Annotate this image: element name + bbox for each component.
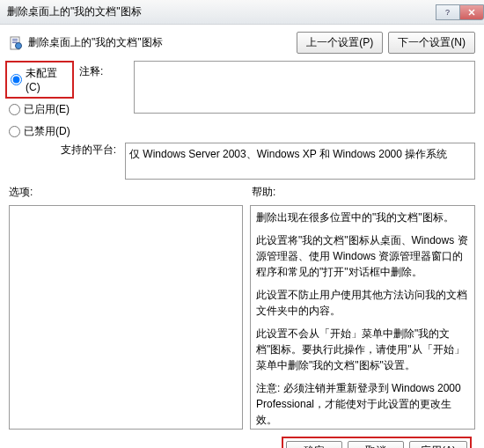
- radio-group: 未配置(C) 已启用(E) 已禁用(D): [9, 61, 70, 139]
- options-pane: [9, 205, 243, 430]
- close-icon: [467, 8, 476, 17]
- comment-textarea[interactable]: [134, 61, 475, 114]
- options-row: 未配置(C) 已启用(E) 已禁用(D) 注释:: [9, 61, 475, 139]
- prev-setting-button[interactable]: 上一个设置(P): [297, 32, 383, 54]
- help-p5: 注意: 必须注销并重新登录到 Windows 2000 Professional…: [256, 380, 469, 428]
- highlight-box-footer: 确定 取消 应用(A): [282, 437, 472, 448]
- svg-text:?: ?: [445, 8, 450, 17]
- radio-not-configured[interactable]: 未配置(C): [11, 66, 69, 93]
- highlight-box-radio: 未配置(C): [5, 61, 74, 99]
- help-label: 帮助:: [252, 185, 275, 200]
- radio-disabled[interactable]: 已禁用(D): [9, 124, 70, 139]
- page-title: 删除桌面上的"我的文档"图标: [28, 35, 163, 50]
- close-button[interactable]: [459, 4, 484, 20]
- help-p3: 此设置不防止用户使用其他方法访问我的文档文件夹中的内容。: [256, 287, 469, 319]
- main-labels: 选项: 帮助:: [9, 185, 475, 200]
- policy-icon: [9, 36, 23, 50]
- window-controls: ?: [436, 4, 484, 20]
- cancel-button[interactable]: 取消: [348, 441, 404, 448]
- radio-enabled-input[interactable]: [9, 104, 20, 115]
- radio-enabled[interactable]: 已启用(E): [9, 102, 70, 117]
- help-icon: ?: [444, 8, 452, 17]
- comment-label: 注释:: [79, 64, 125, 79]
- platform-row: 支持的平台: 仅 Windows Server 2003、Windows XP …: [9, 143, 475, 180]
- svg-rect-5: [12, 40, 18, 41]
- help-p1: 删除出现在很多位置中的"我的文档"图标。: [256, 209, 469, 225]
- platform-text: 仅 Windows Server 2003、Windows XP 和 Windo…: [125, 143, 475, 180]
- radio-disabled-label: 已禁用(D): [24, 124, 70, 139]
- window-title: 删除桌面上的"我的文档"图标: [7, 4, 142, 19]
- radio-not-configured-input[interactable]: [11, 74, 22, 85]
- ok-button[interactable]: 确定: [286, 441, 342, 448]
- footer: 确定 取消 应用(A): [9, 437, 475, 448]
- svg-rect-4: [12, 39, 18, 40]
- header-row: 删除桌面上的"我的文档"图标 上一个设置(P) 下一个设置(N): [9, 32, 475, 54]
- content: 删除桌面上的"我的文档"图标 上一个设置(P) 下一个设置(N) 未配置(C) …: [0, 25, 484, 448]
- titlebar: 删除桌面上的"我的文档"图标 ?: [0, 0, 484, 25]
- label-col: 注释:: [79, 61, 125, 79]
- help-pane: 删除出现在很多位置中的"我的文档"图标。 此设置将"我的文档"图标从桌面、Win…: [250, 205, 475, 430]
- help-p4: 此设置不会从「开始」菜单中删除"我的文档"图标。要执行此操作，请使用"从「开始」…: [256, 326, 469, 373]
- platform-label: 支持的平台:: [9, 143, 116, 158]
- help-p2: 此设置将"我的文档"图标从桌面、Windows 资源管理器、使用 Windows…: [256, 232, 469, 280]
- radio-enabled-label: 已启用(E): [24, 102, 70, 117]
- main-area: 删除出现在很多位置中的"我的文档"图标。 此设置将"我的文档"图标从桌面、Win…: [9, 205, 475, 430]
- help-button[interactable]: ?: [436, 4, 460, 20]
- radio-disabled-input[interactable]: [9, 126, 20, 137]
- next-setting-button[interactable]: 下一个设置(N): [388, 32, 475, 54]
- radio-not-configured-label: 未配置(C): [26, 66, 69, 93]
- options-label: 选项:: [9, 185, 252, 200]
- header-left: 删除桌面上的"我的文档"图标: [9, 35, 163, 50]
- apply-button[interactable]: 应用(A): [409, 441, 467, 448]
- nav-buttons: 上一个设置(P) 下一个设置(N): [297, 32, 475, 54]
- svg-point-7: [16, 42, 22, 48]
